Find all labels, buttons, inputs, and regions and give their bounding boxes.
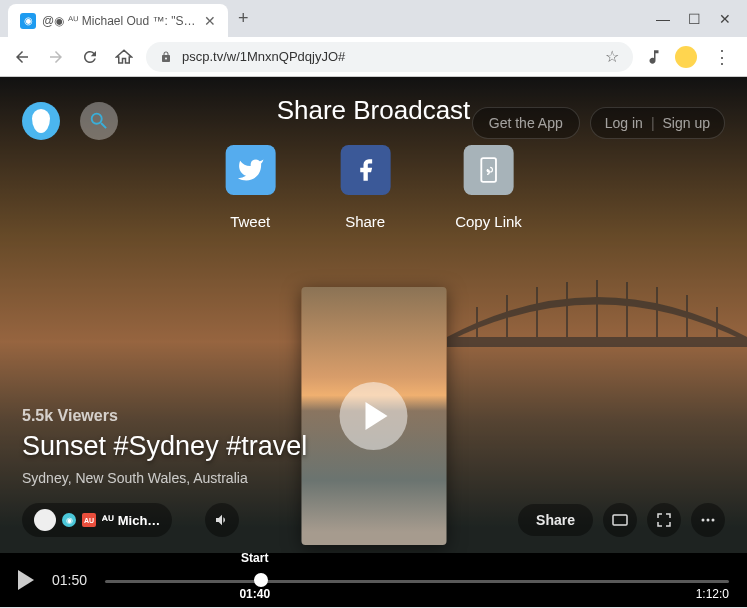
periscope-logo[interactable] bbox=[22, 102, 60, 140]
home-button[interactable] bbox=[112, 45, 136, 69]
maximize-button[interactable]: ☐ bbox=[688, 11, 701, 27]
auth-divider: | bbox=[651, 115, 655, 131]
timeline-scrubber[interactable]: Start 01:40 1:12:0 bbox=[105, 565, 729, 595]
extension-icon[interactable] bbox=[675, 46, 697, 68]
volume-button[interactable] bbox=[205, 503, 239, 537]
fullscreen-button[interactable] bbox=[647, 503, 681, 537]
verified-badge-icon: ◉ bbox=[62, 513, 76, 527]
play-icon bbox=[18, 570, 34, 590]
broadcast-location: Sydney, New South Wales, Australia bbox=[22, 470, 307, 486]
viewer-count: 5.5k Viewers bbox=[22, 407, 307, 425]
share-options: Tweet Share Copy Link bbox=[225, 145, 522, 230]
theatre-mode-button[interactable] bbox=[603, 503, 637, 537]
login-button[interactable]: Log in bbox=[605, 115, 643, 131]
close-window-button[interactable]: ✕ bbox=[719, 11, 731, 27]
browser-tab-strip: ◉ @◉ ᴬᵁ Michael Oud ™: "Sunset # ✕ + — ☐… bbox=[0, 0, 747, 37]
country-badge: AU bbox=[82, 513, 96, 527]
share-modal-title: Share Broadcast bbox=[277, 95, 471, 126]
reload-button[interactable] bbox=[78, 45, 102, 69]
bridge-silhouette bbox=[447, 277, 747, 357]
close-tab-icon[interactable]: ✕ bbox=[204, 13, 216, 29]
tweet-label: Tweet bbox=[230, 213, 270, 230]
facebook-share-label: Share bbox=[345, 213, 385, 230]
video-preview-card[interactable] bbox=[301, 287, 446, 545]
scrub-handle[interactable] bbox=[254, 573, 268, 587]
broadcaster-chip[interactable]: ◉ AU ᴬᵁ Mich… bbox=[22, 503, 172, 537]
tweet-option[interactable]: Tweet bbox=[225, 145, 275, 230]
svg-point-12 bbox=[707, 519, 710, 522]
broadcaster-name: ᴬᵁ Mich… bbox=[102, 513, 160, 528]
get-app-button[interactable]: Get the App bbox=[472, 107, 580, 139]
cast-extension-icon[interactable] bbox=[643, 46, 665, 68]
signup-button[interactable]: Sign up bbox=[663, 115, 710, 131]
auth-buttons: Log in | Sign up bbox=[590, 107, 725, 139]
copy-link-label: Copy Link bbox=[455, 213, 522, 230]
broadcast-info: 5.5k Viewers Sunset #Sydney #travel Sydn… bbox=[22, 407, 307, 486]
current-time: 01:50 bbox=[52, 572, 87, 588]
timeline-track bbox=[105, 580, 729, 583]
share-button[interactable]: Share bbox=[518, 504, 593, 536]
minimize-button[interactable]: — bbox=[656, 11, 670, 27]
forward-button[interactable] bbox=[44, 45, 68, 69]
more-options-button[interactable] bbox=[691, 503, 725, 537]
periscope-favicon: ◉ bbox=[20, 13, 36, 29]
twitter-icon bbox=[225, 145, 275, 195]
svg-rect-10 bbox=[613, 515, 627, 525]
bookmark-star-icon[interactable]: ☆ bbox=[605, 47, 619, 66]
play-button-overlay[interactable] bbox=[340, 382, 408, 450]
scrub-start-label: Start bbox=[241, 551, 268, 565]
new-tab-button[interactable]: + bbox=[238, 8, 249, 29]
back-button[interactable] bbox=[10, 45, 34, 69]
scrub-time-label: 01:40 bbox=[239, 587, 270, 601]
browser-toolbar: pscp.tv/w/1MnxnQPdqjyJO# ☆ ⋮ bbox=[0, 37, 747, 77]
link-icon bbox=[463, 145, 513, 195]
play-icon bbox=[365, 402, 387, 430]
broadcaster-avatar bbox=[34, 509, 56, 531]
window-controls: — ☐ ✕ bbox=[656, 11, 747, 27]
address-bar[interactable]: pscp.tv/w/1MnxnQPdqjyJO# ☆ bbox=[146, 42, 633, 72]
play-button[interactable] bbox=[18, 570, 34, 590]
broadcast-title: Sunset #Sydney #travel bbox=[22, 431, 307, 462]
player-bar: 01:50 Start 01:40 1:12:0 bbox=[0, 553, 747, 607]
bottom-right-controls: Share bbox=[518, 503, 725, 537]
tab-title: @◉ ᴬᵁ Michael Oud ™: "Sunset # bbox=[42, 14, 198, 28]
search-button[interactable] bbox=[80, 102, 118, 140]
browser-tab[interactable]: ◉ @◉ ᴬᵁ Michael Oud ™: "Sunset # ✕ bbox=[8, 4, 228, 38]
facebook-share-option[interactable]: Share bbox=[340, 145, 390, 230]
browser-menu-icon[interactable]: ⋮ bbox=[707, 48, 737, 66]
svg-point-13 bbox=[712, 519, 715, 522]
svg-point-11 bbox=[702, 519, 705, 522]
facebook-icon bbox=[340, 145, 390, 195]
url-text: pscp.tv/w/1MnxnQPdqjyJO# bbox=[182, 49, 345, 64]
page-content: Get the App Log in | Sign up Share Broad… bbox=[0, 77, 747, 607]
timeline-end-label: 1:12:0 bbox=[696, 587, 729, 601]
lock-icon bbox=[160, 50, 172, 64]
copy-link-option[interactable]: Copy Link bbox=[455, 145, 522, 230]
